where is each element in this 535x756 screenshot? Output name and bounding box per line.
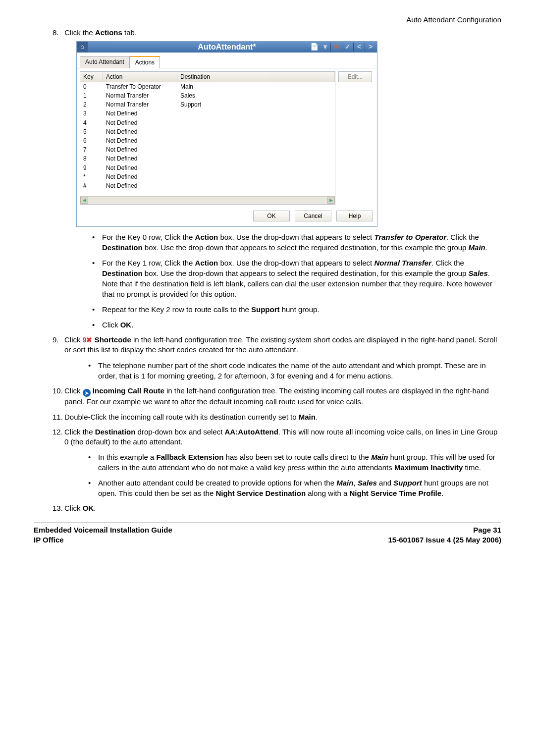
tab-actions[interactable]: Actions — [130, 56, 160, 68]
table-row: 8Not Defined — [80, 154, 335, 163]
table-row: 3Not Defined — [80, 109, 335, 118]
bullet-click-ok: Click OK. — [92, 320, 501, 330]
tab-bar: Auto Attendant Actions — [77, 53, 377, 68]
actions-table[interactable]: Key Action Destination 0Transfer To Oper… — [80, 71, 335, 205]
cancel-button[interactable]: Cancel — [295, 211, 331, 221]
table-row: 2Normal TransferSupport — [80, 100, 335, 109]
table-row: 1Normal TransferSales — [80, 91, 335, 100]
page-header-right: Auto Attendant Configuration — [34, 15, 501, 25]
step-11: 11. Double-Click the incoming call route… — [53, 412, 501, 422]
step-9: 9. Click 9✖ Shortcode in the left-hand c… — [53, 335, 501, 381]
next-icon[interactable]: > — [365, 42, 376, 52]
footer-row-1: Embedded Voicemail Installation Guide Pa… — [34, 525, 501, 535]
col-action[interactable]: Action — [103, 72, 177, 82]
table-row: #Not Defined — [80, 181, 335, 190]
bullet-night-service: Another auto attendant could be created … — [88, 478, 501, 498]
table-row: 4Not Defined — [80, 118, 335, 127]
h-scrollbar[interactable]: ◀ ▶ — [80, 196, 335, 204]
footer-separator — [34, 523, 501, 523]
close-icon[interactable]: ✕ — [331, 42, 342, 52]
ok-icon[interactable]: ✓ — [342, 42, 353, 52]
bullet-shortcode-info: The telephone number part of the short c… — [88, 360, 501, 381]
new-button-icon[interactable]: 📄 — [309, 42, 320, 52]
step-12: 12. Click the Destination drop-down box … — [53, 427, 501, 499]
dialog-footer: OK Cancel Help — [77, 208, 377, 226]
col-destination[interactable]: Destination — [177, 72, 335, 82]
bullet-key0: For the Key 0 row, Click the Action box.… — [92, 232, 501, 253]
scroll-left-icon[interactable]: ◀ — [80, 197, 88, 204]
footer-row-2: IP Office 15-601067 Issue 4 (25 May 2006… — [34, 535, 501, 545]
step-8: 8. Click the Actions tab. — [53, 28, 501, 38]
bullet-key2: Repeat for the Key 2 row to route calls … — [92, 304, 501, 315]
table-row: *Not Defined — [80, 172, 335, 181]
table-row: 6Not Defined — [80, 136, 335, 145]
tab-auto-attendant[interactable]: Auto Attendant — [80, 56, 130, 68]
bullet-fallback: In this example a Fallback Extension has… — [88, 452, 501, 473]
table-row: 9Not Defined — [80, 163, 335, 172]
table-row: 0Transfer To OperatorMain — [80, 82, 335, 91]
incoming-call-route-icon: ➤ — [83, 389, 91, 397]
bullet-key1: For the Key 1 row, Click the Action box.… — [92, 258, 501, 299]
table-row: 5Not Defined — [80, 127, 335, 136]
edit-button[interactable]: Edit... — [338, 71, 372, 82]
ok-button[interactable]: OK — [253, 211, 290, 221]
step-10: 10. Click ➤ Incoming Call Route in the l… — [53, 386, 501, 407]
title-buttons: 📄 ▾ ✕ ✓ < > — [309, 42, 376, 53]
table-body[interactable]: 0Transfer To OperatorMain 1Normal Transf… — [80, 82, 335, 196]
col-key[interactable]: Key — [80, 72, 103, 82]
help-button[interactable]: Help — [336, 211, 373, 221]
scroll-right-icon[interactable]: ▶ — [327, 197, 335, 204]
table-header: Key Action Destination — [80, 72, 335, 82]
title-bar: ⌂ AutoAttendant* 📄 ▾ ✕ ✓ < > — [77, 42, 377, 53]
prev-icon[interactable]: < — [354, 42, 365, 52]
step-13: 13. Click OK. — [53, 503, 501, 513]
dropdown-icon[interactable]: ▾ — [320, 42, 330, 52]
table-row: 7Not Defined — [80, 145, 335, 154]
autoattendant-window: ⌂ AutoAttendant* 📄 ▾ ✕ ✓ < > Auto Attend… — [76, 41, 377, 227]
shortcode-icon: 9✖ — [83, 336, 93, 344]
